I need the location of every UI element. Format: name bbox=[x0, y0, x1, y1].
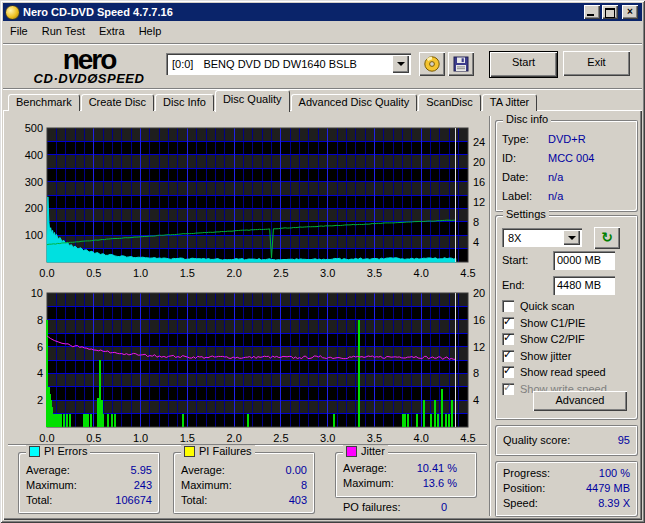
checkbox-label: Show C2/PIF bbox=[520, 333, 585, 345]
drive-selector-dropdown-button[interactable] bbox=[392, 55, 409, 73]
close-button[interactable]: × bbox=[622, 5, 638, 19]
checkbox-box[interactable] bbox=[502, 300, 514, 312]
svg-text:20: 20 bbox=[473, 287, 485, 299]
checkbox-show-read-speed[interactable]: ✓Show read speed bbox=[502, 365, 606, 379]
checkbox-box[interactable]: ✓ bbox=[502, 333, 514, 345]
menu-item-extra[interactable]: Extra bbox=[92, 22, 132, 40]
tab-benchmark[interactable]: Benchmark bbox=[8, 94, 80, 111]
svg-text:3.5: 3.5 bbox=[367, 432, 382, 444]
pi-errors-label: Average: bbox=[26, 463, 70, 478]
po-failures-row: PO failures: 0 bbox=[335, 500, 455, 515]
pi-failures-label: Total: bbox=[181, 493, 207, 508]
disc-info-value: DVD+R bbox=[548, 130, 586, 149]
checkbox-show-c1-pie[interactable]: ✓Show C1/PIE bbox=[502, 316, 585, 330]
svg-text:0.0: 0.0 bbox=[39, 432, 54, 444]
disc-info-title: Disc info bbox=[503, 113, 551, 125]
disc-icon bbox=[423, 55, 441, 73]
svg-text:10: 10 bbox=[31, 287, 43, 299]
menu-item-run-test[interactable]: Run Test bbox=[35, 22, 92, 40]
end-mb-field[interactable] bbox=[553, 276, 615, 295]
progress-value: 8.39 X bbox=[598, 496, 630, 511]
progress-label: Position: bbox=[503, 481, 545, 496]
pi-errors-row: Average:5.95 bbox=[18, 463, 160, 478]
tab-ta-jitter[interactable]: TA Jitter bbox=[482, 94, 538, 111]
svg-text:8: 8 bbox=[473, 367, 479, 379]
tab-scandisc[interactable]: ScanDisc bbox=[418, 94, 480, 111]
svg-text:8: 8 bbox=[37, 314, 43, 326]
checkmark-icon: ✓ bbox=[503, 364, 512, 377]
menu-item-file[interactable]: File bbox=[3, 22, 35, 40]
start-mb-field[interactable] bbox=[553, 251, 615, 270]
jitter-value: 10.41 % bbox=[417, 461, 457, 476]
close-icon: × bbox=[627, 7, 633, 17]
quality-score-group: Quality score: 95 bbox=[495, 425, 638, 456]
tab-advanced-disc-quality[interactable]: Advanced Disc Quality bbox=[291, 94, 418, 111]
start-button[interactable]: Start bbox=[489, 51, 558, 78]
svg-text:4: 4 bbox=[473, 236, 479, 248]
disc-info-row: Type:DVD+R bbox=[495, 130, 638, 149]
menu-item-help[interactable]: Help bbox=[132, 22, 169, 40]
speed-select[interactable]: 8X bbox=[502, 228, 582, 247]
checkmark-icon: ✓ bbox=[503, 331, 512, 344]
svg-text:400: 400 bbox=[25, 149, 43, 161]
save-results-button[interactable] bbox=[448, 52, 474, 76]
refresh-icon: ↻ bbox=[601, 229, 613, 245]
jitter-label: Maximum: bbox=[343, 476, 394, 491]
jitter-swatch bbox=[346, 446, 357, 457]
pi-failures-label: Maximum: bbox=[181, 478, 232, 493]
checkbox-box[interactable]: ✓ bbox=[502, 350, 514, 362]
tab-disc-quality[interactable]: Disc Quality bbox=[215, 90, 290, 112]
po-failures-label: PO failures: bbox=[343, 500, 400, 515]
advanced-button[interactable]: Advanced bbox=[533, 391, 627, 411]
disc-info-label: Label: bbox=[502, 187, 548, 206]
svg-text:6: 6 bbox=[37, 341, 43, 353]
svg-text:0.5: 0.5 bbox=[86, 432, 101, 444]
minimize-button[interactable] bbox=[584, 5, 600, 19]
disc-info-group: Disc info Type:DVD+RID:MCC 004Date:n/aLa… bbox=[495, 120, 638, 212]
svg-text:100: 100 bbox=[25, 229, 43, 241]
checkbox-quick-scan[interactable]: Quick scan bbox=[502, 299, 574, 313]
checkbox-box[interactable]: ✓ bbox=[502, 383, 514, 395]
checkbox-show-jitter[interactable]: ✓Show jitter bbox=[502, 349, 571, 363]
refresh-button[interactable]: ↻ bbox=[594, 227, 620, 249]
svg-text:3.5: 3.5 bbox=[367, 267, 382, 279]
nero-logo-text: nero bbox=[8, 46, 170, 74]
exit-button[interactable]: Exit bbox=[563, 51, 630, 76]
svg-text:1.5: 1.5 bbox=[180, 432, 195, 444]
checkbox-box[interactable]: ✓ bbox=[502, 366, 514, 378]
svg-text:4: 4 bbox=[473, 394, 479, 406]
svg-text:12: 12 bbox=[473, 196, 485, 208]
svg-text:0.0: 0.0 bbox=[39, 267, 54, 279]
chevron-down-icon bbox=[397, 62, 405, 66]
progress-row: Speed:8.39 X bbox=[495, 496, 638, 511]
settings-group: Settings 8X ↻ Start: End: Quick scan✓Sho… bbox=[495, 215, 638, 420]
drive-selector[interactable]: [0:0]BENQ DVD DD DW1640 BSLB bbox=[166, 53, 411, 75]
disc-info-label: Type: bbox=[502, 130, 548, 149]
speed-select-dropdown-button[interactable] bbox=[563, 230, 580, 245]
progress-value: 100 % bbox=[599, 466, 630, 481]
pi-failures-value: 0.00 bbox=[286, 463, 307, 478]
svg-text:8: 8 bbox=[473, 216, 479, 228]
tab-bar: BenchmarkCreate DiscDisc InfoDisc Qualit… bbox=[8, 93, 538, 111]
svg-text:4.5: 4.5 bbox=[460, 432, 475, 444]
checkbox-show-c2-pif[interactable]: ✓Show C2/PIF bbox=[502, 332, 585, 346]
svg-text:1.0: 1.0 bbox=[133, 432, 148, 444]
maximize-button[interactable] bbox=[602, 5, 618, 19]
pi-failures-group: PI Failures Average:0.00Maximum:8Total:4… bbox=[173, 452, 315, 514]
menubar: FileRun TestExtraHelp bbox=[3, 21, 642, 41]
drive-selector-text: [0:0]BENQ DVD DD DW1640 BSLB bbox=[166, 58, 392, 70]
checkbox-box[interactable]: ✓ bbox=[502, 317, 514, 329]
jitter-row: Average:10.41 % bbox=[335, 461, 477, 476]
tab-create-disc[interactable]: Create Disc bbox=[81, 94, 154, 111]
pi-failures-jitter-chart: 0.00.51.01.52.02.53.03.54.04.52468104812… bbox=[8, 283, 487, 445]
eject-disc-button[interactable] bbox=[419, 52, 445, 76]
pi-failures-label: Average: bbox=[181, 463, 225, 478]
disc-info-label: Date: bbox=[502, 168, 548, 187]
pi-errors-chart: 0.00.51.01.52.02.53.03.54.04.51002003004… bbox=[8, 118, 487, 280]
window-title: Nero CD-DVD Speed 4.7.7.16 bbox=[23, 6, 584, 18]
app-window: Nero CD-DVD Speed 4.7.7.16 × FileRun Tes… bbox=[0, 0, 645, 523]
pi-failures-row: Average:0.00 bbox=[173, 463, 315, 478]
svg-text:24: 24 bbox=[473, 136, 485, 148]
progress-group: Progress:100 %Position:4479 MBSpeed:8.39… bbox=[495, 461, 638, 517]
tab-disc-info[interactable]: Disc Info bbox=[155, 94, 214, 111]
